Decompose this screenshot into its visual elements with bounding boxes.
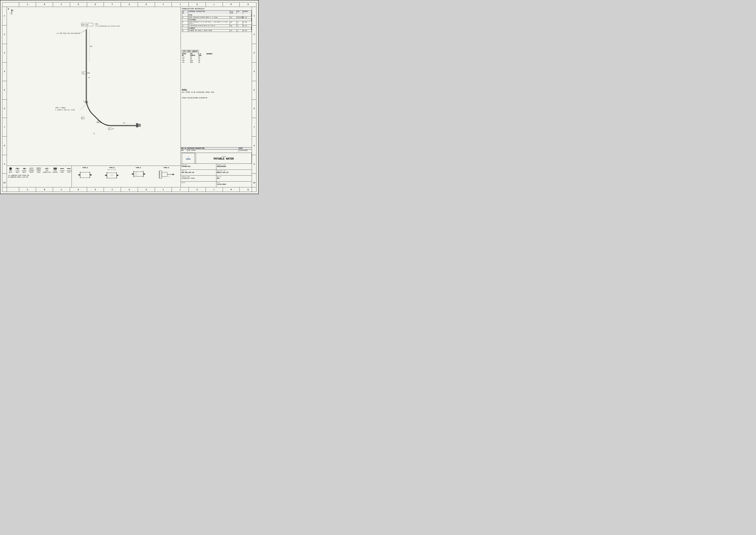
title-system-row: ⚓ URMAR SYSTEM POTABLE WATER bbox=[181, 153, 252, 164]
title-grid: BLOCK NO PIPING/201 PROJECT TYPE ASD2300… bbox=[181, 164, 252, 187]
type-d: TYPE-D 5 bbox=[158, 167, 174, 181]
col-h: H bbox=[138, 2, 155, 7]
fab-materials-table: FABRICATION MATERIALS PTNO COMPONENT DES… bbox=[182, 8, 252, 32]
pipe-no-label: PIPE NO bbox=[181, 170, 216, 172]
type-c: TYPE-C bbox=[131, 167, 146, 180]
cut-pipe-table: PIECENO CUTLENGTH N.S.(MM) REMARKS <1> 3… bbox=[182, 53, 252, 63]
svg-text:5: 5 bbox=[169, 176, 169, 178]
fab-header: PTNO COMPONENT DESCRIPTION N.S.(MM) QTY … bbox=[182, 10, 252, 14]
yard-hull-cell: YARD HULL NO NB115-116-117 bbox=[216, 170, 252, 176]
cut-row-2: <2> 20 15 bbox=[182, 58, 252, 60]
svg-rect-70 bbox=[159, 171, 162, 178]
row-r7: 7 bbox=[252, 118, 256, 136]
col-j: J bbox=[172, 2, 189, 7]
surface-prep-label: SURFACE PREP bbox=[181, 176, 216, 178]
legend-pipe-support: PIPESUPPORT bbox=[52, 167, 58, 173]
project-type-cell: PROJECT TYPE ASD2300U2M bbox=[216, 164, 252, 170]
svg-rect-60 bbox=[134, 172, 143, 176]
fab-row-1: 1 PIPE DIN2448 SCH10 DN15 x 2.11mm 15 58… bbox=[182, 16, 252, 19]
svg-line-8 bbox=[80, 30, 87, 33]
col-d: D bbox=[70, 2, 87, 7]
svg-marker-59 bbox=[117, 175, 119, 176]
row-r3: 3 bbox=[252, 44, 256, 63]
svg-rect-89 bbox=[54, 168, 57, 169]
rev-table: REV No REVISION DESCRIPTION DATE A01 ILK… bbox=[181, 147, 252, 152]
col-m: M bbox=[223, 2, 240, 7]
col-a: A bbox=[19, 2, 36, 7]
svg-text:1731_COMPRESSED_AIR_SYSTEM_SCH: 1731_COMPRESSED_AIR_SYSTEM_SCH10 bbox=[95, 25, 120, 27]
notes-title: NOTES: bbox=[182, 89, 252, 91]
legend-shop-weld: SHOPWELD bbox=[8, 167, 13, 173]
svg-line-36 bbox=[80, 104, 86, 110]
type-d-svg: 5 bbox=[158, 169, 174, 181]
row-r2: 2 bbox=[252, 25, 256, 44]
note-2 bbox=[182, 94, 252, 97]
legend-notes: <1> DENOTES PIPE PIECE NO Ⓟ DENOTES PART… bbox=[8, 175, 71, 178]
drawn-cell: DRAWN bbox=[181, 182, 216, 187]
row-9: 9 bbox=[2, 155, 7, 174]
type-c-label: TYPE-C bbox=[136, 167, 141, 169]
project-type-label: PROJECT TYPE bbox=[217, 164, 251, 166]
svg-text:⊕: ⊕ bbox=[96, 122, 97, 123]
date-value: 12/05/2024 bbox=[217, 183, 251, 185]
svg-marker-68 bbox=[131, 173, 133, 175]
svg-text:20: 20 bbox=[112, 128, 114, 130]
svg-rect-81 bbox=[30, 168, 33, 169]
svg-marker-69 bbox=[144, 173, 146, 175]
weld-legend: SHOPWELD FIELDWELD SOCKETWEL bbox=[8, 167, 71, 178]
type-a: TYPE-A bbox=[78, 167, 92, 181]
rev-no-label: REV NO bbox=[217, 176, 251, 178]
type-b-sublabel: WELD AT SITE bbox=[108, 169, 116, 171]
svg-text:300: 300 bbox=[90, 45, 93, 47]
row-2: 2 bbox=[2, 25, 7, 44]
yard-hull-value: NB115-116-117 bbox=[217, 172, 251, 173]
svg-line-19 bbox=[92, 113, 100, 121]
svg-text:15NS: 15NS bbox=[87, 72, 90, 74]
svg-rect-45 bbox=[80, 172, 90, 178]
svg-text:///: /// bbox=[111, 175, 113, 176]
col-i: I bbox=[155, 2, 172, 7]
row-7: 7 bbox=[2, 118, 7, 136]
svg-text:10: 10 bbox=[123, 122, 125, 124]
type-d-label: TYPE-D bbox=[164, 167, 169, 169]
row-1: 1 bbox=[2, 7, 7, 25]
svg-rect-22 bbox=[136, 123, 138, 127]
rev-no-value: A01 bbox=[217, 178, 251, 179]
block-no-value: PIPING/201 bbox=[181, 166, 216, 167]
col-f: F bbox=[104, 2, 121, 7]
col-headers-bottom: A B C D E F G H I J K L M N bbox=[2, 187, 256, 192]
rev-no-cell: REV NO A01 bbox=[216, 176, 252, 182]
row-4: 4 bbox=[2, 63, 7, 81]
svg-text:⊕: ⊕ bbox=[83, 100, 84, 102]
col-b: B bbox=[36, 2, 53, 7]
row-8: 8 bbox=[2, 136, 7, 155]
row-5: 5 bbox=[2, 81, 7, 99]
type-a-label: TYPE-A bbox=[82, 167, 88, 169]
fab-title: FABRICATION MATERIALS bbox=[182, 8, 252, 10]
row-r9: 9 bbox=[252, 155, 256, 174]
col-headers-top: A B C D E F G H I J K L M N bbox=[2, 2, 256, 7]
type-b-svg: /// bbox=[105, 171, 119, 181]
col-c: C bbox=[53, 2, 70, 7]
notes-section: NOTES: ALL PIPES TO BE STAINLESS STEEL 3… bbox=[182, 89, 252, 99]
legend-traced-pipe: TRACEDPIPE bbox=[67, 167, 71, 173]
col-k: K bbox=[189, 2, 206, 7]
type-b-label: TYPE-B bbox=[109, 167, 115, 169]
svg-text:P2: P2 bbox=[82, 118, 83, 119]
svg-text:P4: P4 bbox=[109, 128, 110, 130]
pipe-types-area: TYPE-A TYPE-B WELD AT SITE bbox=[71, 166, 180, 187]
svg-point-77 bbox=[9, 167, 12, 170]
date-cell: DATE 12/05/2024 bbox=[216, 182, 252, 187]
rev-row-1: A01 ILK YAYIN 12/05/2024 bbox=[181, 150, 252, 152]
svg-marker-76 bbox=[173, 174, 174, 175]
pipe-section-label: PIPE bbox=[182, 14, 252, 16]
title-block: ⚓ URMAR SYSTEM POTABLE WATER BLOCK NO PI… bbox=[181, 153, 252, 187]
svg-text:R01-S16: R01-S16 bbox=[82, 24, 88, 26]
legend-area: TYPE-A TYPE-B WELD AT SITE bbox=[7, 166, 180, 187]
legend-lagged-pipe: LAGGEDPIPE bbox=[60, 167, 65, 173]
cut-row-4: <4> 305 15 bbox=[182, 62, 252, 63]
legend-site-connection: SITECONNECTION bbox=[43, 167, 51, 173]
note-1: ALL PIPES TO BE STAINLESS STEEL 316L bbox=[182, 92, 252, 94]
svg-text:MATL: MATL bbox=[95, 23, 99, 25]
col-n: N bbox=[240, 2, 256, 7]
